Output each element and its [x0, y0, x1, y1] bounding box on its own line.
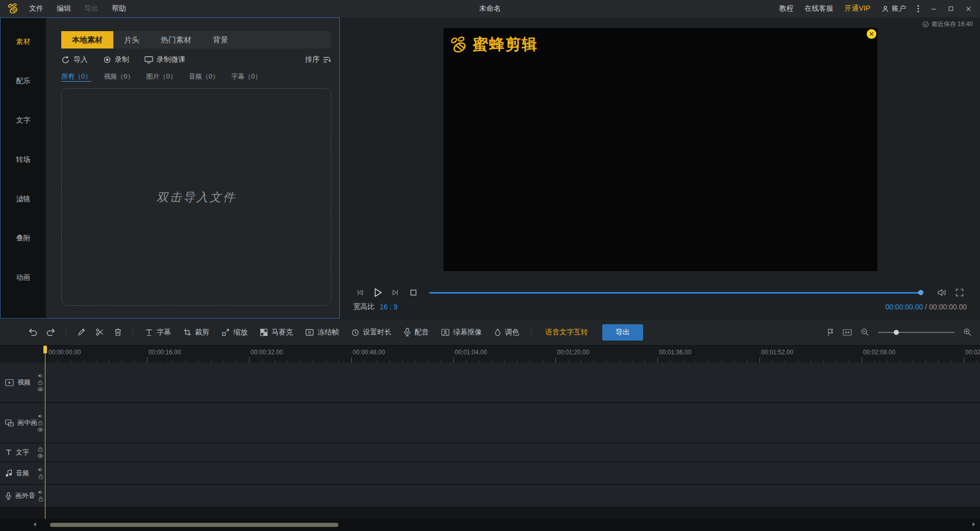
menu-file[interactable]: 文件: [22, 0, 50, 17]
account-button[interactable]: 账户: [876, 4, 912, 13]
set-duration-label: 设置时长: [363, 328, 391, 337]
menu-edit[interactable]: 编辑: [50, 0, 78, 17]
watermark-close-button[interactable]: [867, 29, 876, 39]
mute-icon[interactable]: [38, 373, 43, 378]
next-frame-button[interactable]: [389, 286, 402, 299]
timeline-zoom-handle[interactable]: [894, 330, 899, 335]
color-grading-button[interactable]: 调色: [494, 328, 519, 337]
library-panel: 素材 配乐 文字 转场 滤镜 叠附 动画 本地素材 片头 热门素材 背景 导入: [0, 17, 340, 319]
hide-eye-icon[interactable]: [37, 427, 43, 432]
lock-icon[interactable]: [38, 447, 43, 452]
minimize-button[interactable]: [925, 0, 942, 17]
split-scissors-icon[interactable]: [90, 323, 109, 342]
lock-icon[interactable]: [38, 474, 43, 479]
filter-image[interactable]: 图片（0）: [146, 72, 176, 81]
crop-button[interactable]: 裁剪: [183, 328, 209, 337]
track-lane-pip[interactable]: [45, 403, 980, 443]
sidebar-item-overlay[interactable]: 叠附: [1, 219, 46, 258]
color-grading-label: 调色: [505, 328, 519, 337]
dubbing-label: 配音: [414, 328, 429, 337]
dubbing-button[interactable]: 配音: [404, 328, 429, 337]
redo-icon[interactable]: [42, 323, 60, 342]
sidebar-item-music[interactable]: 配乐: [1, 61, 46, 101]
tutorial-link[interactable]: 教程: [773, 4, 799, 13]
import-dropzone[interactable]: 双击导入文件: [61, 88, 331, 306]
sidebar-item-animation[interactable]: 动画: [1, 258, 46, 297]
fit-timeline-icon[interactable]: [843, 329, 852, 336]
maximize-button[interactable]: [942, 0, 960, 17]
sidebar-item-filter[interactable]: 滤镜: [1, 179, 46, 219]
track-controls: [37, 373, 43, 392]
scrollbar-thumb[interactable]: [50, 523, 338, 527]
tab-local-media[interactable]: 本地素材: [61, 31, 113, 49]
set-duration-button[interactable]: 设置时长: [351, 328, 391, 337]
filter-video[interactable]: 视频（0）: [104, 72, 134, 81]
edit-pencil-icon[interactable]: [72, 323, 90, 342]
zoom-out-icon[interactable]: [861, 328, 869, 336]
tab-background[interactable]: 背景: [202, 31, 239, 49]
undo-icon[interactable]: [23, 323, 42, 342]
delete-trash-icon[interactable]: [109, 323, 127, 342]
vip-link[interactable]: 开通VIP: [839, 4, 876, 13]
toolbar-divider: [133, 327, 133, 338]
sidebar-item-transition[interactable]: 转场: [1, 140, 46, 179]
speech-text-convert-button[interactable]: 语音文字互转: [545, 328, 588, 337]
marker-flag-icon[interactable]: [827, 328, 834, 336]
record-button[interactable]: 录制: [103, 55, 129, 64]
close-button[interactable]: [960, 0, 977, 17]
seek-bar[interactable]: [429, 292, 923, 294]
sort-button[interactable]: 排序: [305, 55, 331, 64]
sidebar-item-media[interactable]: 素材: [1, 22, 46, 61]
tab-hot-media[interactable]: 热门素材: [150, 31, 202, 49]
export-button[interactable]: 导出: [602, 324, 643, 341]
import-icon: [61, 56, 70, 64]
menu-help[interactable]: 帮助: [105, 0, 133, 17]
subtitle-label: 字幕: [157, 328, 171, 337]
hide-eye-icon[interactable]: [37, 454, 43, 458]
subtitle-button[interactable]: 字幕: [145, 328, 171, 337]
scale-button[interactable]: 缩放: [222, 328, 248, 337]
filter-subtitle[interactable]: 字幕（0）: [231, 72, 261, 81]
aspect-ratio-value[interactable]: 16 : 9: [380, 303, 398, 311]
stop-button[interactable]: [407, 286, 420, 299]
crop-icon: [183, 328, 191, 336]
mute-icon[interactable]: [38, 467, 43, 472]
mosaic-button[interactable]: 马赛克: [260, 328, 293, 337]
freeze-frame-button[interactable]: 冻结帧: [305, 328, 339, 337]
scroll-left-icon[interactable]: [33, 522, 37, 527]
fullscreen-icon[interactable]: [952, 285, 967, 300]
audio-track-icon: [5, 469, 12, 477]
zoom-in-icon[interactable]: [963, 328, 972, 336]
lock-icon[interactable]: [38, 496, 43, 502]
volume-icon[interactable]: [935, 285, 949, 300]
lock-icon[interactable]: [38, 420, 43, 426]
seek-handle[interactable]: [918, 290, 923, 295]
scroll-right-icon[interactable]: [972, 522, 976, 527]
sidebar-item-text[interactable]: 文字: [1, 101, 46, 140]
track-lane-audio[interactable]: [45, 462, 980, 484]
filter-all[interactable]: 所有（0）: [61, 72, 91, 81]
hide-eye-icon[interactable]: [37, 387, 43, 392]
timeline-ruler[interactable]: 00:00:00.00 00:00:16.00 00:00:32.00 00:0…: [0, 345, 980, 363]
mute-icon[interactable]: [38, 414, 43, 419]
track-lane-video[interactable]: [45, 363, 980, 402]
more-menu-icon[interactable]: [912, 0, 925, 17]
track-lane-voiceover[interactable]: [45, 485, 980, 507]
chroma-key-button[interactable]: 绿幕抠像: [441, 328, 482, 337]
filter-audio[interactable]: 音频（0）: [189, 72, 219, 81]
track-row-voiceover: 画外音: [0, 485, 980, 508]
previous-frame-button[interactable]: [353, 286, 366, 299]
record-class-button[interactable]: 录制微课: [144, 55, 185, 64]
import-button[interactable]: 导入: [61, 55, 88, 64]
ruler-label: 00:00:32.00: [251, 349, 283, 356]
timeline-zoom-slider[interactable]: [878, 332, 954, 333]
support-link[interactable]: 在线客服: [799, 4, 839, 13]
track-label: 画中画: [17, 418, 37, 427]
play-button[interactable]: [371, 286, 384, 299]
timecode: 00:00:00.00 / 00:00:00.00: [885, 303, 967, 311]
crop-label: 裁剪: [195, 328, 209, 337]
track-lane-text[interactable]: [45, 443, 980, 462]
lock-icon[interactable]: [38, 380, 43, 385]
tab-intro[interactable]: 片头: [113, 31, 150, 49]
mute-icon[interactable]: [38, 490, 43, 495]
